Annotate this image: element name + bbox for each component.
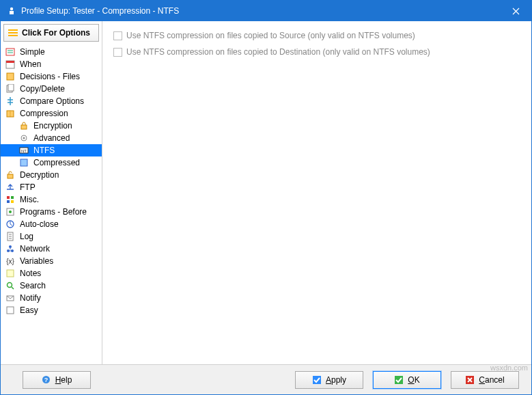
compare-icon bbox=[5, 96, 16, 107]
sidebar-item-network[interactable]: Network bbox=[1, 243, 102, 255]
cancel-label: Cancel bbox=[479, 375, 504, 385]
sidebar-item-compressed[interactable]: Compressed bbox=[1, 156, 102, 169]
sidebar-item-label: Programs - Before bbox=[20, 207, 87, 217]
sidebar-item-label: Log bbox=[20, 232, 33, 241]
close-button[interactable] bbox=[501, 1, 531, 21]
notify-icon bbox=[5, 292, 16, 303]
svg-point-0 bbox=[10, 8, 13, 10]
variables-icon: {x} bbox=[5, 256, 16, 267]
svg-rect-31 bbox=[7, 307, 14, 314]
sidebar-item-label: FTP bbox=[20, 182, 36, 192]
copy-icon bbox=[5, 83, 16, 94]
sidebar-item-label: Decisions - Files bbox=[20, 72, 80, 81]
sidebar-item-label: Compressed bbox=[33, 158, 80, 167]
menu-icon bbox=[8, 29, 18, 36]
sidebar-item-label: Notify bbox=[20, 293, 41, 303]
sidebar-item-decryption[interactable]: Decryption bbox=[1, 169, 102, 181]
sidebar-item-compare-options[interactable]: Compare Options bbox=[1, 95, 102, 107]
easy-icon bbox=[5, 305, 16, 316]
autoclose-icon bbox=[5, 219, 16, 230]
sidebar-item-label: When bbox=[20, 59, 41, 69]
main-area: Click For Options SimpleWhenDecisions - … bbox=[1, 21, 531, 364]
checkbox-icon[interactable] bbox=[113, 48, 122, 57]
sidebar-item-label: Decryption bbox=[20, 170, 59, 180]
sidebar-item-variables[interactable]: {x}Variables bbox=[1, 255, 102, 267]
svg-text:?: ? bbox=[44, 377, 48, 383]
help-label: Help bbox=[55, 375, 72, 385]
sidebar-item-label: Variables bbox=[20, 256, 53, 266]
app-icon bbox=[6, 5, 17, 16]
svg-rect-17 bbox=[11, 196, 14, 199]
compress-icon bbox=[5, 108, 16, 119]
sidebar-item-notify[interactable]: Notify bbox=[1, 292, 102, 304]
sidebar-item-encryption[interactable]: Encryption bbox=[1, 120, 102, 132]
programs-icon bbox=[5, 206, 16, 217]
log-icon bbox=[5, 231, 16, 242]
svg-rect-16 bbox=[7, 196, 10, 199]
svg-text:{x}: {x} bbox=[6, 258, 14, 265]
ok-label: OK bbox=[408, 375, 419, 385]
checkbox-icon[interactable] bbox=[113, 31, 122, 40]
svg-rect-15 bbox=[8, 174, 13, 178]
svg-point-21 bbox=[9, 210, 12, 213]
sidebar-item-label: Auto-close bbox=[20, 219, 59, 229]
sidebar-item-ftp[interactable]: FTP bbox=[1, 181, 102, 193]
checklist-icon bbox=[5, 46, 16, 57]
sidebar-item-label: Network bbox=[20, 244, 50, 254]
bottom-bar: ? Help Apply OK Cancel bbox=[1, 364, 531, 394]
network-icon bbox=[5, 243, 16, 254]
sidebar-item-notes[interactable]: Notes bbox=[1, 267, 102, 280]
sidebar-item-search[interactable]: Search bbox=[1, 280, 102, 292]
encrypt-icon bbox=[18, 120, 29, 131]
checkbox-destination-row[interactable]: Use NTFS compression on files copied to … bbox=[113, 47, 520, 57]
ok-button[interactable]: OK bbox=[373, 371, 441, 389]
sidebar-item-label: NTFS bbox=[33, 146, 55, 155]
help-button[interactable]: ? Help bbox=[23, 371, 91, 389]
sidebar-item-label: Compare Options bbox=[20, 96, 84, 106]
checkbox-source-row[interactable]: Use NTFS compression on files copied to … bbox=[113, 31, 520, 40]
svg-rect-9 bbox=[21, 125, 27, 129]
sidebar-item-misc-[interactable]: Misc. bbox=[1, 193, 102, 206]
sidebar-item-easy[interactable]: Easy bbox=[1, 304, 102, 316]
sidebar-item-copy-delete[interactable]: Copy/Delete bbox=[1, 83, 102, 95]
sidebar-item-when[interactable]: When bbox=[1, 58, 102, 70]
sidebar-item-compression[interactable]: Compression bbox=[1, 107, 102, 120]
svg-point-11 bbox=[23, 137, 25, 139]
sidebar-item-programs-before[interactable]: Programs - Before bbox=[1, 206, 102, 218]
svg-rect-19 bbox=[11, 200, 14, 203]
sidebar-item-simple[interactable]: Simple bbox=[1, 46, 102, 58]
click-for-options-button[interactable]: Click For Options bbox=[3, 24, 99, 42]
sidebar-item-advanced[interactable]: Advanced bbox=[1, 132, 102, 144]
svg-rect-28 bbox=[7, 270, 14, 277]
svg-rect-14 bbox=[20, 159, 27, 166]
ftp-icon bbox=[5, 182, 16, 193]
apply-icon bbox=[312, 375, 322, 385]
sidebar-item-ntfs[interactable]: NTNTFS bbox=[1, 144, 102, 156]
sidebar-item-label: Advanced bbox=[33, 133, 70, 143]
svg-rect-35 bbox=[395, 376, 403, 384]
ntfs-icon: NT bbox=[18, 145, 29, 156]
apply-button[interactable]: Apply bbox=[295, 371, 363, 389]
svg-rect-5 bbox=[7, 73, 14, 80]
svg-point-26 bbox=[9, 245, 12, 248]
sidebar-item-label: Notes bbox=[20, 269, 41, 278]
sidebar-item-auto-close[interactable]: Auto-close bbox=[1, 218, 102, 230]
content-pane: Use NTFS compression on files copied to … bbox=[102, 21, 531, 364]
checkbox-source-label: Use NTFS compression on files copied to … bbox=[126, 31, 415, 40]
checkbox-destination-label: Use NTFS compression on files copied to … bbox=[126, 47, 430, 57]
sidebar-item-label: Search bbox=[20, 281, 46, 290]
sidebar-item-log[interactable]: Log bbox=[1, 230, 102, 243]
help-icon: ? bbox=[42, 375, 51, 385]
compressed-icon bbox=[18, 157, 29, 168]
sidebar-item-label: Compression bbox=[20, 109, 68, 118]
sidebar-item-decisions-files[interactable]: Decisions - Files bbox=[1, 70, 102, 83]
svg-rect-18 bbox=[7, 200, 10, 203]
sidebar-item-label: Misc. bbox=[20, 195, 39, 204]
notes-icon bbox=[5, 268, 16, 279]
calendar-icon bbox=[5, 59, 16, 70]
advanced-icon bbox=[18, 133, 29, 144]
cancel-button[interactable]: Cancel bbox=[451, 371, 519, 389]
svg-rect-34 bbox=[313, 376, 321, 384]
svg-rect-7 bbox=[8, 84, 14, 91]
svg-rect-2 bbox=[6, 49, 14, 55]
